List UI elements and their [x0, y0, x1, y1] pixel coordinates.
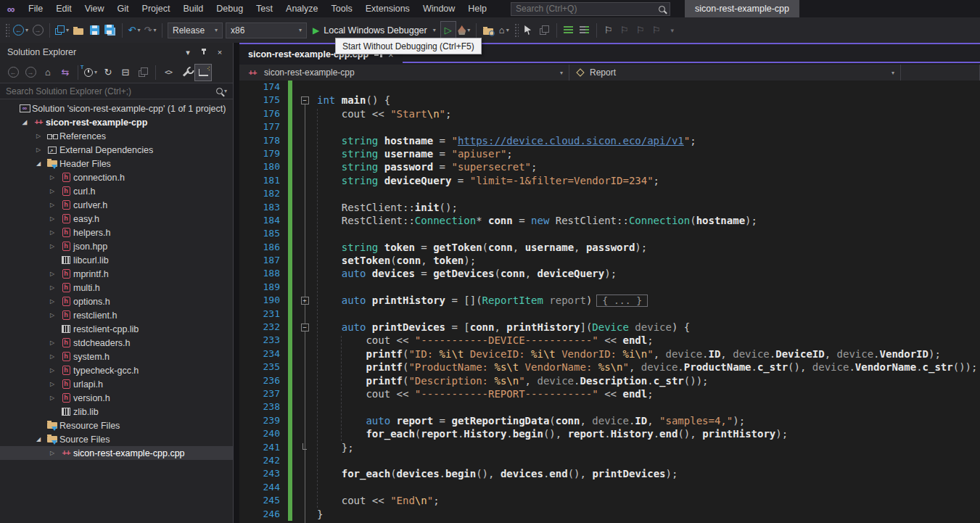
menu-item-extensions[interactable]: Extensions — [359, 4, 416, 14]
prev-bookmark-icon[interactable]: ⚐ — [617, 21, 633, 40]
tree-item-restclient.h[interactable]: ▷hrestclient.h — [0, 308, 233, 322]
toolbar-grip[interactable] — [5, 23, 9, 38]
pending-changes-filter-icon[interactable]: ▾ — [82, 64, 99, 81]
copy-item-icon[interactable] — [134, 64, 152, 81]
menu-item-help[interactable]: Help — [461, 4, 493, 14]
format-selection-icon[interactable] — [561, 21, 577, 40]
menu-item-analyze[interactable]: Analyze — [279, 4, 324, 14]
tree-item-curlver.h[interactable]: ▷hcurlver.h — [0, 198, 233, 212]
tree-item-libcurl.lib[interactable]: libcurl.lib — [0, 253, 233, 267]
tree-item-references[interactable]: ▷References — [0, 129, 233, 143]
format-document-icon[interactable] — [577, 21, 593, 40]
tree-item-options.h[interactable]: ▷hoptions.h — [0, 295, 233, 308]
tree-item-zlib.lib[interactable]: zlib.lib — [0, 405, 233, 419]
redo-icon[interactable]: ↷▾ — [142, 21, 158, 40]
navigate-back-icon[interactable]: ←▾ — [12, 21, 30, 40]
quick-search-input[interactable] — [516, 4, 659, 14]
menu-item-file[interactable]: File — [22, 4, 49, 14]
menu-item-tools[interactable]: Tools — [325, 4, 359, 14]
collapse-region-icon[interactable]: − — [301, 324, 309, 331]
menu-item-git[interactable]: Git — [111, 4, 136, 14]
close-icon[interactable]: × — [214, 48, 226, 57]
tree-item-json.hpp[interactable]: ▷hjson.hpp — [0, 239, 233, 253]
save-all-icon[interactable] — [102, 21, 118, 40]
menu-item-edit[interactable]: Edit — [49, 4, 78, 14]
find-in-files-icon[interactable] — [480, 21, 496, 40]
chevron-down-icon[interactable]: ▾ — [224, 88, 227, 94]
toggle-bookmark-icon[interactable]: ⚐ — [601, 21, 617, 40]
properties-icon[interactable] — [177, 64, 194, 81]
tree-item-sicon-rest-example-cpp.cpp[interactable]: ▷++sicon-rest-example-cpp.cpp — [0, 446, 233, 460]
solution-explorer-search-box[interactable]: ▾ — [0, 83, 233, 99]
chevron-collapsed-icon[interactable]: ▷ — [46, 381, 59, 387]
menu-item-project[interactable]: Project — [136, 4, 177, 14]
home-icon[interactable]: ⌂ — [39, 64, 57, 81]
view-code-icon[interactable]: <> — [160, 64, 177, 81]
panel-splitter[interactable] — [234, 43, 239, 523]
tree-item-connection.h[interactable]: ▷hconnection.h — [0, 170, 233, 184]
chevron-collapsed-icon[interactable]: ▷ — [46, 367, 59, 374]
collapsed-region-box[interactable]: { ... } — [596, 295, 648, 307]
tree-item-urlapi.h[interactable]: ▷hurlapi.h — [0, 377, 233, 391]
tree-item-sicon-rest-example-cpp[interactable]: ◢++sicon-rest-example-cpp — [0, 115, 233, 129]
tree-item-version.h[interactable]: ▷hversion.h — [0, 391, 233, 405]
chevron-collapsed-icon[interactable]: ▷ — [32, 147, 45, 153]
start-without-debugging-button[interactable]: ▷ — [440, 21, 456, 40]
selection-mode-icon[interactable] — [521, 21, 537, 40]
tree-item-curl.h[interactable]: ▷hcurl.h — [0, 184, 233, 198]
chevron-collapsed-icon[interactable]: ▷ — [46, 395, 59, 401]
open-file-icon[interactable] — [70, 21, 86, 40]
chevron-expanded-icon[interactable]: ◢ — [18, 119, 31, 125]
navigate-home-icon[interactable]: ⌂▾ — [496, 21, 512, 40]
chevron-collapsed-icon[interactable]: ▷ — [46, 353, 59, 360]
navigate-forward-icon[interactable]: → — [30, 21, 46, 40]
pin-icon[interactable] — [198, 48, 210, 57]
chevron-collapsed-icon[interactable]: ▷ — [46, 229, 59, 236]
hot-reload-icon[interactable]: ▾ — [456, 21, 472, 40]
configuration-select[interactable]: Release▾ — [168, 22, 223, 38]
chevron-collapsed-icon[interactable]: ▷ — [46, 174, 59, 181]
start-debugging-button[interactable]: ▶Local Windows Debugger▾ — [308, 21, 440, 40]
chevron-collapsed-icon[interactable]: ▷ — [46, 271, 59, 277]
switch-views-icon[interactable]: ⇆ — [57, 64, 74, 81]
quick-search-box[interactable] — [511, 2, 670, 16]
undo-icon[interactable]: ↶▾ — [126, 21, 142, 40]
chevron-collapsed-icon[interactable]: ▷ — [46, 243, 59, 250]
code-editor[interactable]: 174175−int main() {176cout << "Start\n";… — [239, 81, 980, 523]
preview-selected-icon[interactable] — [194, 64, 212, 81]
save-icon[interactable] — [86, 21, 102, 40]
chevron-collapsed-icon[interactable]: ▷ — [46, 202, 59, 208]
chevron-collapsed-icon[interactable]: ▷ — [46, 298, 59, 305]
tree-item-source-files[interactable]: ◢Source Files — [0, 432, 233, 446]
chevron-collapsed-icon[interactable]: ▷ — [46, 284, 59, 291]
chevron-collapsed-icon[interactable]: ▷ — [32, 133, 45, 139]
tree-item-helpers.h[interactable]: ▷hhelpers.h — [0, 226, 233, 239]
project-dropdown[interactable]: ++ sicon-rest-example-cpp ▾ — [239, 65, 569, 81]
tree-item-resource-files[interactable]: Resource Files — [0, 419, 233, 432]
tree-item-system.h[interactable]: ▷hsystem.h — [0, 350, 233, 363]
tree-item-mprintf.h[interactable]: ▷hmprintf.h — [0, 267, 233, 281]
new-project-icon[interactable]: ▾ — [54, 21, 70, 40]
tree-item-multi.h[interactable]: ▷hmulti.h — [0, 281, 233, 295]
toolbar-overflow-icon[interactable]: ▾ — [664, 21, 680, 40]
tree-item-typecheck-gcc.h[interactable]: ▷htypecheck-gcc.h — [0, 363, 233, 377]
member-dropdown[interactable]: Report ▾ — [569, 65, 901, 81]
menu-item-view[interactable]: View — [78, 4, 111, 14]
tree-item-solution-sicon-rest-example-cpp-1-of-1-project-[interactable]: Solution 'sicon-rest-example-cpp' (1 of … — [0, 102, 233, 115]
chevron-expanded-icon[interactable]: ◢ — [32, 160, 45, 167]
menu-item-test[interactable]: Test — [250, 4, 279, 14]
menu-item-window[interactable]: Window — [416, 4, 461, 14]
forward-icon[interactable]: → — [22, 64, 39, 81]
chevron-expanded-icon[interactable]: ◢ — [32, 436, 45, 442]
window-position-icon[interactable]: ▾ — [182, 48, 194, 57]
expand-region-icon[interactable]: + — [301, 297, 309, 305]
tree-item-external-dependencies[interactable]: ▷External Dependencies — [0, 143, 233, 157]
copy-item-icon[interactable] — [537, 21, 553, 40]
refresh-icon[interactable]: ↻ — [99, 64, 117, 81]
chevron-collapsed-icon[interactable]: ▷ — [46, 312, 59, 318]
platform-select[interactable]: x86▾ — [226, 22, 307, 38]
chevron-collapsed-icon[interactable]: ▷ — [46, 215, 59, 222]
next-bookmark-icon[interactable]: ⚐ — [633, 21, 648, 40]
tree-item-header-files[interactable]: ◢Header Files — [0, 157, 233, 170]
solution-explorer-search-input[interactable] — [6, 86, 216, 96]
